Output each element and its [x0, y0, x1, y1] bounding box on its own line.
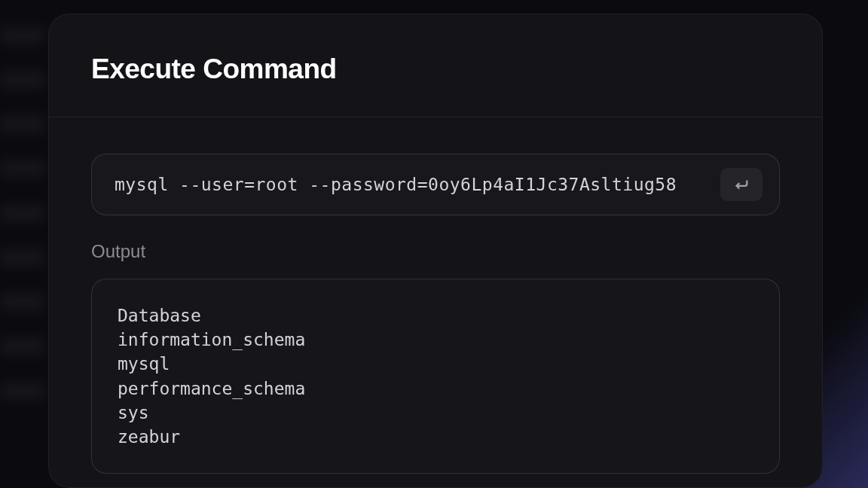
modal-title: Execute Command — [91, 53, 780, 85]
output-content: Database information_schema mysql perfor… — [118, 303, 753, 449]
enter-icon — [733, 176, 750, 193]
execute-command-modal: Execute Command Output Database informat… — [48, 14, 823, 488]
execute-button[interactable] — [720, 168, 763, 201]
command-input[interactable] — [115, 175, 710, 194]
modal-header: Execute Command — [49, 14, 822, 117]
modal-body: Output Database information_schema mysql… — [49, 117, 822, 474]
output-box: Database information_schema mysql perfor… — [91, 279, 780, 474]
output-label: Output — [91, 241, 780, 262]
background-blur — [0, 0, 45, 488]
command-input-container — [91, 154, 780, 215]
output-section: Output Database information_schema mysql… — [91, 241, 780, 474]
